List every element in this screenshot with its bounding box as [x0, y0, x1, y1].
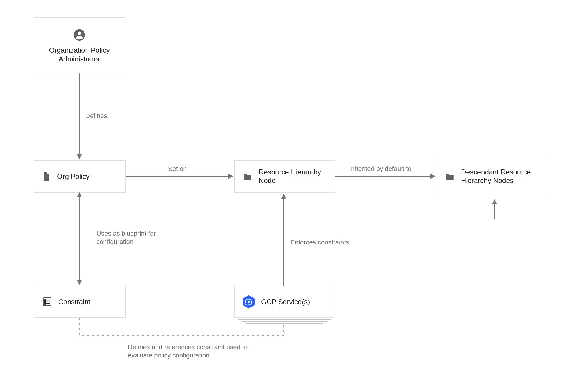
node-constraint: Constraint: [34, 286, 126, 318]
svg-point-9: [248, 301, 250, 303]
node-label: GCP Service(s): [261, 298, 310, 306]
node-label: Organization Policy Administrator: [41, 46, 118, 64]
node-label: Descendant Resource Hierarchy Nodes: [461, 168, 540, 185]
svg-point-1: [44, 300, 46, 301]
svg-point-3: [44, 301, 46, 302]
node-org-policy-admin: Organization Policy Administrator: [34, 17, 125, 73]
node-label: Resource Hierarchy Node: [259, 168, 326, 185]
rules-list-icon: [41, 297, 53, 307]
node-gcp-services: GCP Service(s): [234, 286, 334, 318]
node-label: Constraint: [58, 298, 90, 306]
user-circle-icon: [73, 28, 86, 42]
node-descendant-hierarchy-nodes: Descendant Resource Hierarchy Nodes: [437, 155, 552, 198]
edge-label-inherited: Inherited by default to: [349, 165, 412, 173]
edge-label-defines: Defines: [85, 112, 107, 120]
gcp-hexagon-icon: [242, 295, 256, 309]
node-org-policy: Org Policy: [34, 160, 126, 193]
edge-label-blueprint: Uses as blueprint for configuration: [96, 229, 161, 246]
folder-icon: [444, 172, 456, 182]
node-label: Org Policy: [57, 172, 90, 181]
edge-enforces-descendant: [284, 200, 495, 219]
file-icon: [41, 171, 52, 182]
folder-icon: [242, 172, 253, 182]
edge-defines-constraint: [79, 318, 284, 335]
edge-label-defines-constraint: Defines and references constraint used t…: [128, 343, 251, 359]
edge-label-set-on: Set on: [168, 165, 187, 173]
edge-label-enforces: Enforces constraints: [290, 238, 349, 247]
node-resource-hierarchy-node: Resource Hierarchy Node: [234, 160, 335, 193]
svg-point-5: [44, 303, 46, 304]
